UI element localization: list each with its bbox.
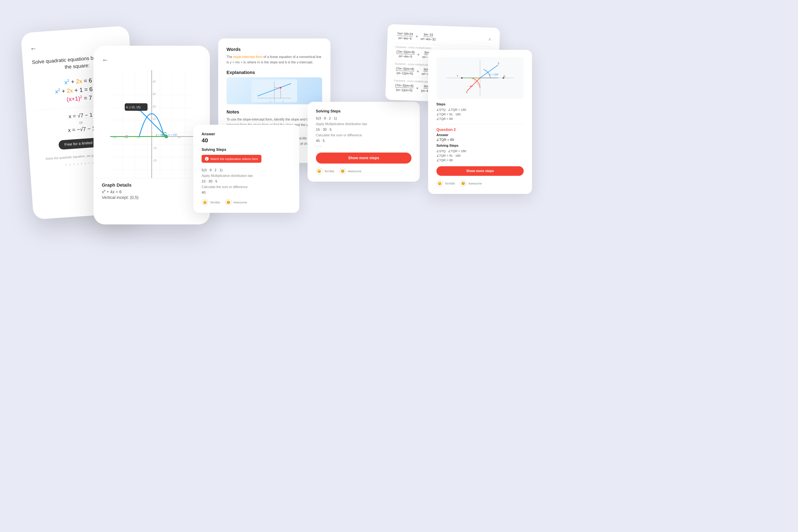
svg-point-55 [503, 77, 505, 79]
awesome-label-solving: Awesome [348, 169, 361, 173]
svg-text:·: · [253, 88, 253, 89]
phone-graph: ← 40 30 [94, 46, 210, 225]
solving-step-3: 15 · 30 · 5 [316, 128, 412, 132]
solving-step-2-label: Apply Multiplicative distribution law [316, 122, 412, 126]
graph-area: 40 30 20 10 -10 -20 -30 -20 -10 10 20 [94, 70, 210, 178]
row1-left-den: m²−4m−5 [399, 54, 412, 58]
watch-explanation-btn[interactable]: Watch the explanation videos here [202, 155, 262, 163]
graph-details-title: Graph Details [102, 183, 202, 188]
row1-left-num: (7m−3)(m+8) [397, 50, 415, 54]
feedback-row-q2: 😞 Terrible 😊 Awesome [436, 180, 524, 187]
svg-text:-30: -30 [112, 135, 116, 139]
svg-text:T: T [457, 75, 458, 77]
show-more-btn-solving[interactable]: Show more steps [316, 153, 412, 164]
awesome-label-q2: Awesome [468, 182, 482, 185]
step-1: 5(3 · 9 · 2 · 1) [202, 168, 291, 172]
svg-point-56 [461, 77, 463, 79]
terrible-btn-q2[interactable]: 😞 Terrible [436, 180, 455, 187]
header-frac1-den: m²−4m−5 [398, 36, 412, 40]
header-frac1-num: 7m²−59+24 [397, 32, 413, 36]
q2-answer-label: Answer [436, 133, 524, 137]
answer-value: 40 [202, 137, 291, 144]
svg-text:-10: -10 [153, 146, 157, 150]
q2-answer-val: ∠TQR = 89 [436, 138, 524, 142]
coordinate-graph: 40 30 20 10 -10 -20 -30 -20 -10 10 20 [94, 70, 210, 178]
step-2-label: Apply Multiplicative distribution law [202, 174, 291, 178]
awesome-btn-q2[interactable]: 😊 Awesome [460, 180, 482, 187]
svg-text:β = 45°: β = 45° [156, 133, 164, 136]
svg-text:x₁: x₁ [270, 100, 271, 102]
terrible-btn-solving[interactable]: 😞 Terrible [316, 168, 335, 174]
svg-text:30: 30 [153, 92, 156, 96]
solving-step-6: · · · [316, 144, 412, 148]
q2-step2: ∠TQR = 91 · 180 [436, 154, 524, 157]
header-frac1: 7m²−59+24 m²−4m−5 [397, 32, 413, 40]
factored-header: 7m²−59+24 m²−4m−5 = 3m−15 m²−4m−32 ∧ [396, 32, 492, 43]
svg-text:α = 135°: α = 135° [168, 133, 178, 136]
q2-pre-step2: ∠TQR = 91 · 180 [436, 112, 524, 116]
terrible-btn[interactable]: 😞 Terrible [202, 199, 220, 206]
answer-label: Answer [202, 132, 291, 136]
show-more-btn-q2[interactable]: Show more steps [436, 166, 524, 176]
header-frac2-num: 3m−15 [423, 33, 433, 37]
step-5: 40 [202, 191, 291, 195]
q2-pre-step3: ∠TQR = 89 [436, 117, 524, 121]
solving-step-1: 5(3 · 9 · 2 · 1) [316, 116, 412, 120]
awesome-icon-solving: 😊 [339, 168, 346, 174]
feedback-row: 😞 Terrible 😊 Awesome [202, 199, 291, 206]
awesome-label: Awesome [233, 201, 247, 204]
svg-text:A: (-15, 15): A: (-15, 15) [126, 106, 140, 109]
svg-point-30 [126, 135, 128, 138]
terrible-icon-q2: 😞 [436, 180, 443, 187]
awesome-icon: 😊 [225, 199, 232, 206]
terrible-label-q2: Terrible [445, 182, 455, 185]
watch-text: Watch the explanation videos here [210, 157, 258, 160]
svg-text:S: S [498, 62, 499, 64]
feedback-row-solving: 😞 Terrible 😊 Awesome [316, 168, 412, 174]
row3-left-den: (m−1)(m+5) [396, 88, 413, 92]
step-3: 15 · 30 · 5 [202, 179, 291, 184]
header-frac2: 3m−15 m²−4m−32 [421, 33, 436, 41]
card-solving-steps: Solving Steps 5(3 · 9 · 2 · 1) Apply Mul… [308, 102, 420, 182]
card-q2: x = 139° ~45° Q T S R Steps ∠STQ · ∠TQR … [428, 50, 532, 194]
svg-text:20: 20 [177, 135, 181, 139]
header-eq: = [416, 35, 418, 38]
header-frac2-den: m²−4m−32 [421, 37, 436, 41]
solving-step-4-label: Calculate the sum or difference [316, 133, 412, 137]
q2-pre-step1: ∠STQ · ∠TQR = 180 [436, 108, 524, 112]
q2-step1: ∠STQ · ∠TQR = 180 [436, 149, 524, 153]
play-icon [205, 157, 209, 160]
terrible-icon: 😞 [202, 199, 208, 206]
awesome-btn-solving[interactable]: 😊 Awesome [339, 168, 361, 174]
terrible-icon-solving: 😞 [316, 168, 323, 174]
collapse-icon[interactable]: ∧ [488, 36, 492, 42]
row3-left-num: (7m−3)(m+8) [395, 83, 414, 88]
highlight-slope-intercept: slope-intercept form [233, 55, 263, 59]
graph-equation: x6 + 4x = 6 [102, 189, 202, 194]
svg-text:10: 10 [153, 117, 156, 120]
svg-text:R: R [466, 91, 468, 94]
q2-steps-label: Solving Steps [436, 144, 524, 148]
terrible-label: Terrible [210, 201, 220, 204]
card-answer: Answer 40 Solving Steps Watch the explan… [193, 125, 299, 213]
q2-step3: ∠TQR = 89 [436, 158, 524, 162]
words-body: The slope-intercept form of a linear equ… [227, 54, 322, 65]
svg-text:Q: Q [504, 75, 506, 77]
q2-answer-section: Question 2 Answer ∠TQR = 89 Solving Step… [436, 124, 524, 187]
q2-title: Question 2 [436, 128, 524, 132]
steps-section: Steps ∠STQ · ∠TQR = 180 ∠TQR = 91 · 180 … [436, 102, 524, 121]
row2-left-num: (7m−3)(m+8) [396, 66, 414, 71]
svg-text:x = 139°: x = 139° [489, 73, 499, 76]
svg-text:~45°: ~45° [469, 85, 473, 88]
q2-graph: x = 139° ~45° Q T S R [436, 57, 524, 99]
steps-title: Steps [436, 102, 524, 106]
awesome-btn[interactable]: 😊 Awesome [225, 199, 247, 206]
terrible-label-solving: Terrible [324, 169, 335, 173]
words-title: Words [227, 47, 322, 52]
step-4-label: Calculate the sum or difference [202, 185, 291, 189]
awesome-icon-q2: 😊 [460, 180, 467, 187]
svg-text:20: 20 [153, 105, 156, 108]
back-arrow-phone2[interactable]: ← [102, 56, 202, 64]
svg-point-41 [280, 87, 281, 89]
explanation-image: 0 · x₁ x₂ [227, 77, 322, 104]
